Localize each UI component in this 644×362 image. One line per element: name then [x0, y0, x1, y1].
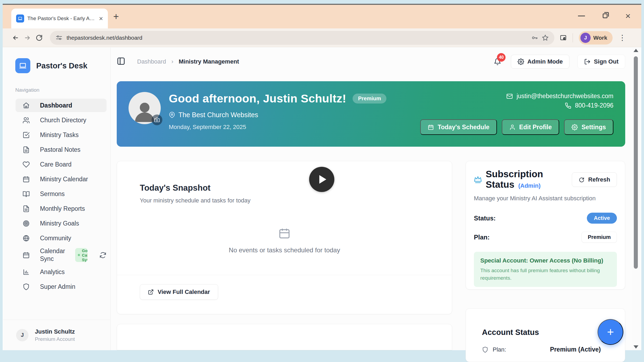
sidebar-toggle-icon[interactable] — [117, 57, 125, 67]
page-scrollbar[interactable] — [632, 48, 640, 350]
user-avatar: J — [16, 329, 28, 341]
snapshot-subtitle: Your ministry schedule and tasks for tod… — [140, 197, 429, 204]
sidebar-item-dashboard[interactable]: Dashboard — [16, 99, 107, 112]
view-full-calendar-button[interactable]: View Full Calendar — [140, 284, 218, 300]
tab-title: The Pastor's Desk - Early Acces — [27, 16, 96, 21]
target-icon — [23, 220, 30, 227]
todays-schedule-button[interactable]: Today's Schedule — [420, 119, 497, 135]
window-controls: × — [578, 11, 631, 20]
site-settings-icon[interactable] — [56, 35, 62, 41]
nav-list: Dashboard Church Directory Ministry Task… — [3, 97, 110, 295]
toolbar-divider — [573, 33, 573, 42]
sidebar-item-monthly-reports[interactable]: Monthly Reports — [19, 202, 107, 215]
nav-section-label: Navigation — [15, 87, 39, 93]
refresh-button[interactable]: Refresh — [572, 172, 617, 187]
file-text-icon — [23, 146, 30, 153]
window-restore-button[interactable] — [603, 13, 608, 18]
notification-count-badge: 40 — [497, 53, 506, 62]
scroll-down-arrow-icon[interactable] — [634, 345, 638, 349]
user-email: justin@thebestchurchwebsites.com — [517, 93, 613, 100]
sidebar-item-ministry-tasks[interactable]: Ministry Tasks — [19, 128, 107, 142]
brand-name: Pastor's Desk — [36, 61, 87, 70]
sidebar: Pastor's Desk Navigation Dashboard Churc… — [3, 47, 111, 350]
sidebar-item-ministry-calendar[interactable]: Ministry Calendar — [19, 172, 107, 186]
special-account-title: Special Account: Owner Access (No Billin… — [480, 257, 610, 264]
status-active-badge: Active — [587, 213, 617, 224]
profile-avatar: J — [580, 33, 591, 43]
sidebar-item-church-directory[interactable]: Church Directory — [19, 113, 107, 127]
shield-icon — [482, 346, 488, 353]
sidebar-item-care-board[interactable]: Care Board — [19, 158, 107, 171]
admin-mode-button[interactable]: Admin Mode — [511, 55, 569, 69]
forward-icon[interactable] — [21, 32, 33, 44]
sync-refresh-icon[interactable] — [99, 252, 107, 259]
notifications-button[interactable]: 40 — [492, 56, 503, 67]
globe-icon — [23, 235, 30, 242]
browser-profile-chip[interactable]: J Work — [579, 31, 613, 45]
breadcrumb-current-page: Ministry Management — [179, 58, 239, 65]
admin-tag: (Admin) — [518, 182, 540, 189]
church-name: The Best Church Websites — [178, 111, 258, 119]
sidebar-item-ministry-goals[interactable]: Ministry Goals — [19, 217, 107, 230]
browser-tab[interactable]: The Pastor's Desk - Early Acces × — [11, 9, 108, 28]
browser-menu-icon[interactable]: ⋮ — [619, 34, 626, 42]
window-minimize-button[interactable] — [578, 16, 585, 16]
calendar-icon — [428, 124, 434, 130]
sidebar-user-card[interactable]: J Justin Schultz Premium Account — [3, 320, 110, 350]
desktop-background: The Pastor's Desk - Early Acces × + × th… — [0, 0, 644, 362]
back-icon[interactable] — [10, 32, 21, 44]
add-fab-button[interactable]: + — [598, 319, 623, 345]
header-actions: 40 Admin Mode Sign Out — [492, 55, 625, 69]
sidebar-item-analytics[interactable]: Analytics — [19, 265, 107, 279]
sidebar-item-community[interactable]: Community — [19, 231, 107, 245]
window-close-button[interactable]: × — [625, 11, 631, 20]
scroll-up-arrow-icon[interactable] — [634, 49, 638, 52]
reload-icon[interactable] — [33, 32, 45, 44]
new-tab-button[interactable]: + — [113, 12, 119, 21]
settings-button[interactable]: Settings — [564, 119, 613, 135]
welcome-banner: Good afternoon, Justin Schultz! Premium … — [117, 81, 625, 147]
divider — [117, 275, 452, 275]
site-favicon-icon — [16, 14, 24, 23]
url-bar[interactable]: thepastorsdesk.net/dashboard — [50, 31, 554, 45]
users-icon — [23, 117, 30, 124]
bookmark-star-icon[interactable] — [542, 35, 548, 41]
calendar-icon — [278, 227, 291, 239]
sidebar-item-pastoral-notes[interactable]: Pastoral Notes — [19, 143, 107, 156]
scrollbar-thumb[interactable] — [634, 56, 638, 269]
breadcrumb-dashboard[interactable]: Dashboard — [137, 58, 166, 65]
video-play-button[interactable] — [309, 167, 334, 192]
profile-photo[interactable] — [129, 92, 161, 124]
file-text-icon — [23, 205, 30, 212]
toolbar-right-cluster: J Work ⋮ — [560, 31, 626, 45]
browser-tabstrip: The Pastor's Desk - Early Acces × + × — [3, 5, 641, 28]
google-calendar-synced-badge: Google Calendar Synced — [75, 248, 87, 262]
special-account-notice: Special Account: Owner Access (No Billin… — [474, 252, 617, 287]
external-link-icon — [148, 289, 154, 295]
heart-icon — [23, 161, 30, 168]
check-square-icon — [23, 131, 30, 139]
tab-close-icon[interactable]: × — [99, 15, 103, 22]
next-section-card — [117, 324, 452, 350]
todays-snapshot-card: Today's Snapshot Your ministry schedule … — [117, 161, 452, 314]
gear-icon — [518, 58, 524, 65]
sign-out-button[interactable]: Sign Out — [577, 55, 625, 69]
password-key-icon[interactable] — [531, 35, 538, 41]
empty-state: No events or tasks scheduled for today — [140, 227, 429, 254]
brand: Pastor's Desk — [15, 58, 87, 73]
shield-icon — [23, 283, 30, 290]
edit-profile-button[interactable]: Edit Profile — [502, 119, 559, 135]
search-tabs-icon[interactable] — [560, 34, 567, 41]
snapshot-title: Today's Snapshot — [140, 183, 429, 193]
empty-state-message: No events or tasks scheduled for today — [229, 246, 340, 254]
greeting-title: Good afternoon, Justin Schultz! — [169, 92, 346, 105]
status-label: Status: — [474, 215, 496, 222]
sidebar-item-calendar-sync[interactable]: Calendar Sync Google Calendar Synced — [19, 246, 107, 264]
sidebar-item-super-admin[interactable]: Super Admin — [19, 280, 107, 293]
map-pin-icon — [169, 112, 175, 118]
breadcrumb: Dashboard › Ministry Management — [137, 58, 239, 65]
user-plan: Premium Account — [35, 336, 75, 342]
camera-icon[interactable] — [152, 114, 162, 125]
plan-premium-badge: Premium — [581, 232, 617, 243]
sidebar-item-sermons[interactable]: Sermons — [19, 187, 107, 201]
